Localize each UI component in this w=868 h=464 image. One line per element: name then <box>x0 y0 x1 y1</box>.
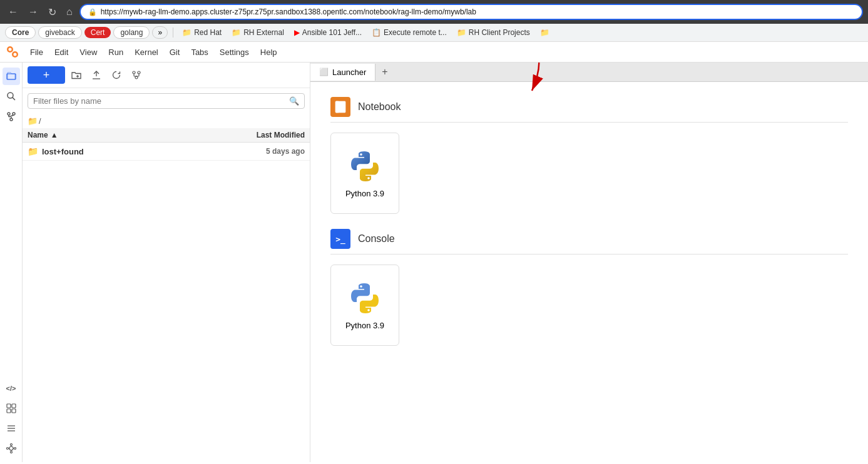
svg-point-9 <box>10 118 13 121</box>
search-input[interactable] <box>33 96 285 106</box>
upload-button[interactable] <box>88 66 105 84</box>
svg-point-23 <box>6 448 8 450</box>
table-row[interactable]: 📁 lost+found 5 days ago <box>23 143 310 161</box>
svg-point-33 <box>133 71 135 74</box>
svg-point-3 <box>14 53 17 56</box>
modified-column-header[interactable]: Last Modified <box>211 131 305 139</box>
bookmark-ansible[interactable]: ▶ Ansible 101 Jeff... <box>290 27 365 38</box>
refresh-button[interactable] <box>108 66 125 84</box>
sidebar-extensions-button[interactable] <box>3 400 20 417</box>
bookmark-redhat[interactable]: 📁 Red Hat <box>178 27 225 38</box>
menu-settings[interactable]: Settings <box>215 46 254 59</box>
svg-rect-4 <box>7 74 16 79</box>
menu-file[interactable]: File <box>25 46 48 59</box>
menu-kernel[interactable]: Kernel <box>130 46 163 59</box>
new-launcher-button[interactable]: + <box>28 66 65 84</box>
svg-point-45 <box>360 285 362 288</box>
menu-tabs[interactable]: Tabs <box>186 46 213 59</box>
bookmark-rhclient[interactable]: 📁 RH Client Projects <box>453 27 534 38</box>
file-modified-cell: 5 days ago <box>211 147 305 156</box>
menu-bar: File Edit View Run Kernel Git Tabs Setti… <box>0 42 868 63</box>
bookmark-giveback[interactable]: giveback <box>38 26 81 39</box>
sidebar-nodes-button[interactable] <box>3 440 20 457</box>
folder-icon: 📁 <box>182 28 191 37</box>
breadcrumb-path: / <box>39 116 41 126</box>
svg-point-5 <box>8 93 13 98</box>
bookmark-execute[interactable]: 📋 Execute remote t... <box>368 27 451 38</box>
console-kernels: Python 3.9 <box>330 265 848 346</box>
icon-sidebar: </> <box>0 63 23 462</box>
bookmark-rhexternal[interactable]: 📁 RH External <box>228 27 288 38</box>
notebook-section-label: Notebook <box>358 101 401 113</box>
menu-git[interactable]: Git <box>165 46 185 59</box>
app-container: File Edit View Run Kernel Git Tabs Setti… <box>0 42 868 462</box>
console-section-label: Console <box>358 233 395 245</box>
bookmark-golang[interactable]: golang <box>113 26 150 39</box>
tab-bar: ⬜ Launcher + <box>310 63 868 82</box>
console-section-icon: >_ <box>330 229 350 249</box>
notebook-section-icon <box>330 97 350 117</box>
nav-forward-button[interactable]: → <box>25 5 41 19</box>
nav-back-button[interactable]: ← <box>5 5 21 19</box>
folder-icon: 📁 <box>540 28 549 37</box>
launcher-tab-label: Launcher <box>332 68 366 77</box>
separator <box>173 28 173 38</box>
folder-icon: 📁 <box>232 28 241 37</box>
sidebar-code-button[interactable]: </> <box>3 380 20 397</box>
file-table-header: Name ▲ Last Modified <box>23 128 310 143</box>
notebook-section-header: Notebook <box>330 97 848 123</box>
svg-rect-16 <box>12 409 16 413</box>
bookmark-extra[interactable]: 📁 <box>536 27 553 38</box>
menu-edit[interactable]: Edit <box>49 46 73 59</box>
menu-help[interactable]: Help <box>255 46 282 59</box>
bookmark-more-button[interactable]: » <box>152 26 168 39</box>
python39-console-label: Python 3.9 <box>345 321 384 330</box>
folder-icon: 📁 <box>457 28 466 37</box>
bookmarks-bar: Core giveback Cert golang » 📁 Red Hat 📁 … <box>0 24 868 42</box>
search-bar[interactable]: 🔍 <box>28 93 305 109</box>
url-text: https://mywb-rag-llm-demo.apps.cluster-z… <box>101 8 854 16</box>
browser-nav: ← → ↻ ⌂ 🔒 https://mywb-rag-llm-demo.apps… <box>0 0 868 24</box>
main-content: ⬜ Launcher + <box>310 63 868 462</box>
svg-point-20 <box>9 446 13 450</box>
python39-notebook-card[interactable]: Python 3.9 <box>330 133 399 214</box>
address-bar[interactable]: 🔒 https://mywb-rag-llm-demo.apps.cluster… <box>79 4 863 20</box>
svg-rect-42 <box>337 106 343 108</box>
python39-console-card[interactable]: Python 3.9 <box>330 265 399 346</box>
git-clone-button[interactable] <box>128 66 145 84</box>
folder-icon: 📁 <box>28 146 38 156</box>
launcher-area: Notebook <box>310 82 868 462</box>
file-name-cell: 📁 lost+found <box>28 146 211 156</box>
svg-point-7 <box>8 113 10 115</box>
sidebar-list-button[interactable] <box>3 420 20 437</box>
bookmark-cert[interactable]: Cert <box>84 27 111 38</box>
add-tab-button[interactable]: + <box>375 63 394 81</box>
menu-run[interactable]: Run <box>103 46 128 59</box>
browser-chrome: ← → ↻ ⌂ 🔒 https://mywb-rag-llm-demo.apps… <box>0 0 868 24</box>
sidebar-search-button[interactable] <box>3 88 20 105</box>
sort-icon: ▲ <box>51 131 58 139</box>
python-logo-console <box>347 281 382 316</box>
svg-rect-14 <box>12 404 16 408</box>
new-folder-button[interactable] <box>68 66 85 84</box>
file-table: Name ▲ Last Modified 📁 lost+found 5 days… <box>23 128 310 462</box>
console-section-header: >_ Console <box>330 229 848 255</box>
menu-view[interactable]: View <box>74 46 102 59</box>
sidebar-git-button[interactable] <box>3 108 20 125</box>
nav-home-button[interactable]: ⌂ <box>63 5 76 19</box>
svg-rect-13 <box>7 404 11 408</box>
security-icon: 🔒 <box>88 8 97 16</box>
python39-notebook-label: Python 3.9 <box>345 189 384 198</box>
notebook-kernels: Python 3.9 <box>330 133 848 214</box>
svg-point-44 <box>367 177 370 179</box>
sidebar-files-button[interactable] <box>3 68 20 85</box>
nav-refresh-button[interactable]: ↻ <box>45 5 59 19</box>
svg-point-46 <box>367 309 370 311</box>
file-browser: + 🔍 📁 / <box>23 63 310 462</box>
name-column-header[interactable]: Name ▲ <box>28 131 211 139</box>
launcher-tab[interactable]: ⬜ Launcher <box>310 64 375 81</box>
file-toolbar: + <box>23 63 310 88</box>
bookmark-core[interactable]: Core <box>5 26 36 39</box>
launcher-tab-icon: ⬜ <box>319 68 329 76</box>
jupyter-logo <box>5 44 20 59</box>
